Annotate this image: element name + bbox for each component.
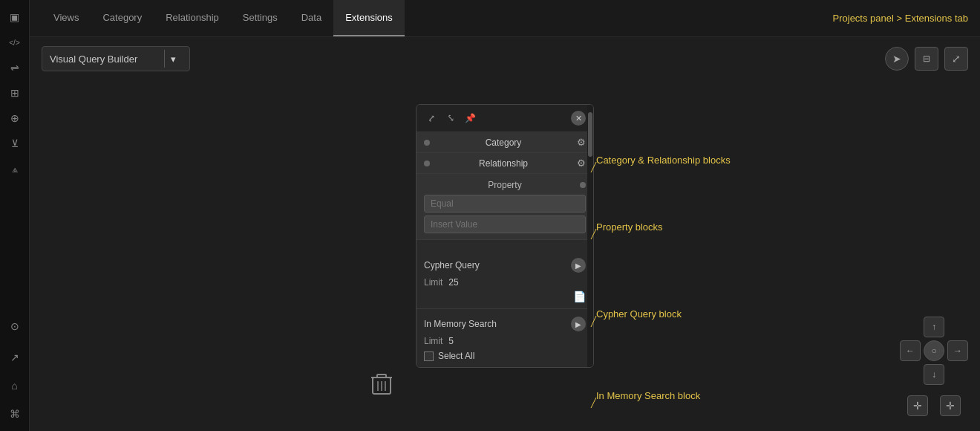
filter-icon[interactable]: ⊻	[4, 132, 26, 155]
grid-icon[interactable]: ⊞	[4, 82, 26, 104]
tab-extensions[interactable]: Extensions	[333, 0, 405, 36]
file-icon[interactable]: ▣	[4, 6, 26, 28]
tab-settings[interactable]: Settings	[231, 0, 290, 36]
property-block: Property	[416, 174, 593, 240]
memory-search-block: In Memory Search ▶ Limit 5 Select All	[416, 311, 593, 367]
panel-icon-export[interactable]: ⤥	[443, 111, 458, 126]
relationship-block: Relationship ⚙	[416, 153, 593, 174]
expand-button[interactable]: ⤢	[944, 47, 968, 71]
arrows-icon[interactable]: ⇌	[4, 56, 26, 79]
nav-move2-button[interactable]: ✛	[940, 395, 961, 416]
category-dot	[424, 140, 430, 146]
memory-title: In Memory Search	[424, 319, 497, 329]
dropdown-chevron[interactable]: ▾	[164, 50, 182, 68]
cypher-file-icon[interactable]: 📄	[573, 291, 586, 302]
relationship-label: Relationship	[436, 158, 571, 169]
memory-header: In Memory Search ▶	[424, 317, 586, 331]
cypher-file-area: 📄	[424, 291, 586, 302]
toolbar: Visual Query Builder ▾ ➤ ⊟ ⤢	[30, 37, 980, 80]
hierarchy-icon[interactable]: ⊕	[4, 107, 26, 129]
relationship-dot	[424, 161, 430, 166]
export-icon[interactable]: ↗	[4, 346, 26, 369]
split-button[interactable]: ⊟	[915, 47, 938, 71]
trash-icon-area[interactable]	[371, 372, 392, 398]
property-value-input[interactable]	[424, 216, 586, 233]
tree-icon[interactable]: ⟁	[4, 158, 26, 180]
nav-extra-controls: ✛ ✛	[907, 395, 961, 416]
cypher-title: Cypher Query	[424, 260, 480, 270]
panel-icon-import[interactable]: ⤤	[424, 111, 439, 126]
query-builder-dropdown[interactable]: Visual Query Builder ▾	[42, 46, 190, 71]
nav-up-button[interactable]: ↑	[924, 317, 944, 337]
memory-select-all-row: Select All	[424, 351, 586, 361]
panel-scrollbar[interactable]	[587, 105, 593, 367]
cypher-play-button[interactable]: ▶	[571, 258, 586, 273]
globe-icon[interactable]: ⊙	[4, 315, 26, 337]
memory-limit-row: Limit 5	[424, 336, 586, 346]
relationship-gear[interactable]: ⚙	[577, 158, 586, 169]
block-spacer-1	[416, 240, 593, 246]
panel-icon-pin[interactable]: 📌	[463, 111, 477, 126]
send-button[interactable]: ➤	[885, 47, 909, 71]
annotation-cypher: Cypher Query block	[596, 308, 682, 320]
panel-close-button[interactable]: ✕	[571, 111, 586, 126]
tab-data[interactable]: Data	[290, 0, 333, 36]
memory-select-all-checkbox[interactable]	[424, 351, 434, 361]
nav-center-button[interactable]: ○	[924, 340, 944, 361]
property-title: Property	[430, 180, 580, 190]
tab-relationship[interactable]: Relationship	[154, 0, 231, 36]
left-sidebar: ▣ </> ⇌ ⊞ ⊕ ⊻ ⟁ ⊙ ↗ ⌂ ⌘	[0, 0, 30, 431]
cypher-limit-label: Limit	[424, 277, 442, 288]
memory-limit-label: Limit	[424, 336, 442, 346]
panel-scroll-thumb[interactable]	[588, 112, 592, 157]
nav-right-button[interactable]: →	[947, 340, 968, 361]
code-icon[interactable]: </>	[4, 31, 26, 54]
annotation-memory: In Memory Search block	[596, 390, 700, 401]
cypher-query-block: Cypher Query ▶ Limit 25 📄	[416, 252, 593, 309]
panel-header-icons: ⤤ ⤥ 📌	[424, 111, 565, 126]
memory-select-all-label: Select All	[438, 351, 474, 361]
nav-up-row: ↑	[924, 317, 944, 337]
command-icon[interactable]: ⌘	[4, 403, 26, 425]
tab-views[interactable]: Views	[42, 0, 91, 36]
nav-down-button[interactable]: ↓	[924, 364, 944, 385]
annotation-top-right: Projects panel > Extensions tab	[833, 13, 968, 24]
nav-left-button[interactable]: ←	[900, 340, 921, 361]
svg-line-9	[591, 398, 596, 408]
nav-middle-row: ← ○ →	[900, 340, 968, 361]
property-equal-input[interactable]	[424, 195, 586, 213]
main-content: Visual Query Builder ▾ ➤ ⊟ ⤢ ⤤ ⤥ 📌 ✕ Cat…	[30, 37, 980, 431]
nav-move1-button[interactable]: ✛	[907, 395, 928, 416]
dropdown-label: Visual Query Builder	[50, 54, 137, 65]
category-gear[interactable]: ⚙	[577, 137, 586, 148]
category-block: Category ⚙	[416, 132, 593, 153]
property-header: Property	[424, 180, 586, 190]
memory-limit-value: 5	[448, 336, 454, 346]
cypher-limit-row: Limit 25	[424, 277, 586, 288]
tab-category[interactable]: Category	[91, 0, 154, 36]
nav-controls: ↑ ← ○ → ↓ ✛ ✛	[900, 317, 968, 416]
annotation-cat-rel: Category & Relationship blocks	[596, 155, 731, 166]
top-tab-bar: Views Category Relationship Settings Dat…	[30, 0, 980, 37]
nav-down-row: ↓	[924, 364, 944, 385]
category-label: Category	[436, 137, 571, 148]
memory-play-button[interactable]: ▶	[571, 317, 586, 331]
query-panel: ⤤ ⤥ 📌 ✕ Category ⚙ Relationship ⚙ Proper…	[416, 104, 594, 368]
home-icon[interactable]: ⌂	[4, 375, 26, 397]
panel-header: ⤤ ⤥ 📌 ✕	[416, 105, 593, 132]
property-dot	[580, 182, 586, 188]
annotation-property: Property blocks	[596, 221, 663, 233]
cypher-header: Cypher Query ▶	[424, 258, 586, 273]
cypher-limit-value: 25	[448, 277, 458, 288]
